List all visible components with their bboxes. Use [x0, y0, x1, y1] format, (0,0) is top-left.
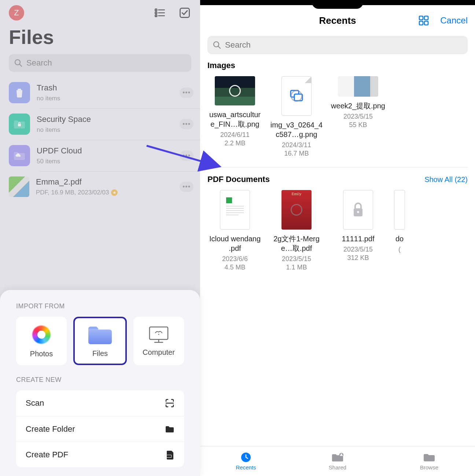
svg-rect-0	[155, 9, 157, 11]
browse-folder-icon	[423, 452, 436, 463]
tab-browse[interactable]: Browse	[383, 446, 475, 476]
import-photos-button[interactable]: Photos	[16, 317, 67, 365]
item-date: 2023/5/15	[269, 255, 324, 263]
photos-icon	[31, 324, 52, 345]
svg-rect-16	[167, 455, 171, 457]
files-folder-icon	[87, 324, 113, 345]
svg-rect-18	[424, 16, 428, 20]
image-item[interactable]: week2_提取.png 2023/5/15 55 KB	[331, 76, 386, 157]
create-folder-button[interactable]: Create Folder	[16, 416, 184, 442]
pdf-thumbnail: Emily	[281, 190, 312, 230]
create-item-label: Create PDF	[26, 450, 68, 460]
svg-line-8	[19, 64, 22, 66]
scan-icon	[165, 398, 174, 408]
file-meta: 50 items	[37, 158, 173, 165]
tab-shared[interactable]: Shared	[292, 446, 383, 476]
svg-point-13	[158, 334, 159, 335]
more-button[interactable]: •••	[180, 88, 194, 98]
more-button[interactable]: •••	[180, 182, 194, 192]
create-scan-button[interactable]: Scan	[16, 390, 184, 416]
import-label-text: Photos	[30, 350, 53, 358]
more-button[interactable]: •••	[180, 119, 194, 129]
shared-folder-icon	[331, 452, 344, 463]
section-title: Images	[207, 61, 235, 70]
item-name: uswa_artsculture_FIN…取.png	[207, 110, 262, 129]
section-divider	[207, 167, 468, 167]
item-date: 2023/5/15	[331, 113, 386, 120]
cloud-folder-icon	[9, 145, 30, 166]
svg-rect-20	[424, 21, 428, 25]
svg-rect-17	[419, 16, 423, 20]
files-app-panel: Z Files	[0, 0, 200, 476]
pdf-item[interactable]: do (	[392, 190, 407, 271]
item-size: 2.2 MB	[207, 140, 262, 147]
more-button[interactable]: •••	[180, 150, 194, 161]
picker-search-input[interactable]	[207, 36, 468, 54]
pdf-section: PDF Documents Show All (22) Icloud wenda…	[200, 175, 475, 279]
item-name: 11111.pdf	[331, 234, 386, 243]
create-item-label: Scan	[26, 398, 44, 408]
pdf-file-icon	[166, 450, 174, 460]
pdf-thumbnail	[343, 190, 373, 230]
security-folder-icon	[9, 114, 30, 135]
svg-rect-10	[150, 327, 168, 339]
picker-tab-bar: Recents Shared Browse	[200, 446, 475, 476]
import-computer-button[interactable]: Computer	[133, 317, 184, 365]
import-label-text: Files	[92, 349, 108, 358]
file-meta: PDF, 16.9 MB, 2023/02/03 ★	[36, 189, 173, 196]
item-date: 2023/5/15	[331, 246, 386, 253]
file-item-pdf[interactable]: Emma_2.pdf PDF, 16.9 MB, 2023/02/03 ★ ••…	[9, 171, 200, 202]
show-all-button[interactable]: Show All (22)	[424, 175, 468, 184]
svg-line-22	[218, 46, 220, 48]
file-meta: no items	[37, 95, 173, 102]
item-name: Icloud wendang .pdf	[207, 234, 262, 253]
grid-view-icon[interactable]	[418, 15, 429, 26]
create-pdf-button[interactable]: Create PDF	[16, 442, 184, 467]
files-search-input[interactable]	[9, 54, 191, 72]
files-search-field[interactable]	[26, 58, 186, 68]
folder-icon	[165, 425, 174, 433]
pdf-item[interactable]: Emily 2g文件1-Merge…取.pdf 2023/5/15 1.1 MB	[269, 190, 324, 271]
item-size: 312 KB	[331, 254, 386, 262]
file-item-trash[interactable]: Trash no items •••	[9, 77, 200, 108]
tab-label: Browse	[420, 464, 438, 471]
file-name: Emma_2.pdf	[36, 177, 173, 187]
picker-search-field[interactable]	[225, 40, 463, 50]
svg-rect-25	[226, 197, 232, 203]
image-item[interactable]: uswa_artsculture_FIN…取.png 2024/6/11 2.2…	[207, 76, 262, 157]
pdf-thumbnail	[394, 190, 405, 230]
svg-rect-2	[155, 12, 157, 14]
item-date: (	[392, 246, 407, 253]
file-name: Security Space	[37, 115, 173, 124]
file-item-security[interactable]: Security Space no items •••	[9, 108, 200, 140]
tab-recents[interactable]: Recents	[200, 446, 292, 476]
tab-label: Shared	[329, 464, 346, 471]
image-item[interactable]: img_v3_0264_4c587…g.png 2024/3/11 16.7 M…	[269, 76, 324, 157]
svg-rect-9	[18, 124, 21, 126]
file-list: Trash no items ••• Security Space no ite…	[0, 77, 200, 202]
status-bar	[200, 0, 475, 5]
image-thumbnail	[281, 76, 312, 116]
pdf-item[interactable]: Icloud wendang .pdf 2023/6/6 4.5 MB	[207, 190, 262, 271]
item-name: do	[392, 234, 407, 243]
svg-rect-4	[155, 15, 157, 17]
item-size: 16.7 MB	[269, 150, 324, 157]
lock-icon	[351, 201, 365, 219]
user-avatar[interactable]: Z	[9, 5, 24, 21]
files-header: Z	[0, 0, 200, 21]
file-item-cloud[interactable]: UPDF Cloud 50 items •••	[9, 140, 200, 171]
svg-point-32	[357, 211, 359, 213]
pdf-item[interactable]: 11111.pdf 2023/5/15 312 KB	[331, 190, 386, 271]
item-name: 2g文件1-Merge…取.pdf	[269, 234, 324, 253]
select-mode-icon[interactable]	[178, 6, 191, 19]
import-label: IMPORT FROM	[16, 302, 184, 310]
view-list-icon[interactable]	[153, 6, 166, 19]
cancel-button[interactable]: Cancel	[440, 15, 468, 26]
import-sheet: IMPORT FROM Photos Files	[0, 290, 200, 476]
image-thumbnail	[338, 76, 378, 97]
import-label-text: Computer	[143, 348, 175, 357]
item-size: 1.1 MB	[269, 264, 324, 271]
item-date: 2024/3/11	[269, 141, 324, 149]
computer-icon	[148, 326, 169, 344]
import-files-button[interactable]: Files	[73, 317, 127, 365]
